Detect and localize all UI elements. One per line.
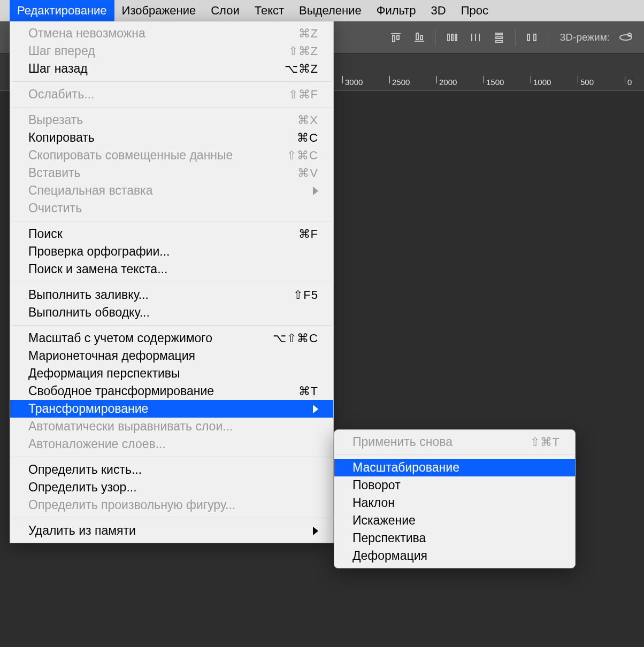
- menu-item: Вырезать⌘X: [10, 111, 333, 129]
- submenu-arrow-icon: [313, 405, 318, 413]
- menu-item-shortcut: ⌘V: [297, 166, 318, 180]
- menu-item-label: Автоматически выравнивать слои...: [28, 419, 233, 434]
- ruler-tick: 500: [578, 76, 594, 83]
- menu-item[interactable]: Проверка орфографии...: [10, 243, 333, 260]
- menu-item-shortcut: ⌘Z: [298, 27, 318, 41]
- menu-item[interactable]: Искажение: [334, 512, 575, 529]
- menu-item[interactable]: Поиск и замена текста...: [10, 260, 333, 278]
- divider: [548, 29, 548, 45]
- menu-item: Автоматически выравнивать слои...: [10, 418, 333, 435]
- menu-item[interactable]: Масштаб с учетом содержимого⌥⇧⌘C: [10, 329, 333, 347]
- menu-item-label: Удалить из памяти: [28, 523, 136, 538]
- distribute-center-icon[interactable]: [468, 30, 483, 45]
- ruler-tick: 3000: [342, 76, 363, 83]
- ruler-tick: 2000: [436, 76, 457, 83]
- menu-item[interactable]: Выполнить обводку...: [10, 304, 333, 321]
- menu-item-label: Применить снова: [352, 435, 453, 449]
- svg-rect-16: [534, 34, 536, 41]
- svg-rect-4: [416, 33, 418, 40]
- menu-item[interactable]: Шаг назад⌥⌘Z: [10, 60, 333, 78]
- distribute-h-icon[interactable]: [444, 30, 459, 45]
- menu-item[interactable]: Определить узор...: [10, 479, 333, 496]
- ruler-tick: 1000: [531, 76, 551, 83]
- menu-item[interactable]: Свободное трансформирование⌘T: [10, 382, 333, 400]
- svg-rect-7: [451, 34, 453, 41]
- submenu-arrow-icon: [313, 527, 318, 535]
- menu-separator: [11, 107, 332, 107]
- menu-item[interactable]: Удалить из памяти: [10, 522, 333, 540]
- menu-item[interactable]: Деформация: [334, 547, 575, 565]
- menu-filter[interactable]: Фильтр: [369, 0, 424, 22]
- svg-rect-14: [496, 41, 502, 42]
- menu-item[interactable]: Копировать⌘C: [10, 129, 333, 147]
- menu-item: Автоналожение слоев...: [10, 435, 333, 453]
- menu-item-label: Масштабирование: [352, 460, 459, 475]
- menu-item-label: Шаг вперед: [28, 44, 95, 58]
- menu-item-label: Поиск: [28, 227, 63, 241]
- svg-rect-1: [393, 35, 395, 42]
- menu-separator: [335, 455, 574, 455]
- divider: [515, 29, 516, 45]
- menu-item: Очистить: [10, 199, 333, 217]
- menu-view-partial[interactable]: Прос: [454, 0, 496, 22]
- svg-rect-6: [448, 34, 449, 41]
- svg-rect-13: [496, 37, 502, 38]
- svg-rect-12: [496, 33, 502, 35]
- menu-item[interactable]: Деформация перспективы: [10, 365, 333, 382]
- menu-separator: [11, 221, 332, 221]
- menu-item-label: Очистить: [28, 201, 82, 215]
- menu-item-label: Автоналожение слоев...: [28, 437, 166, 451]
- svg-rect-15: [527, 34, 530, 41]
- menu-item[interactable]: Выполнить заливку...⇧F5: [10, 286, 333, 304]
- menu-item-shortcut: ⌘C: [297, 131, 318, 145]
- menu-bar: Редактирование Изображение Слои Текст Вы…: [0, 0, 644, 21]
- menu-item-shortcut: ⇧F5: [293, 288, 318, 302]
- menu-text[interactable]: Текст: [247, 0, 292, 22]
- ruler-tick: 0: [625, 76, 632, 83]
- menu-separator: [11, 81, 332, 82]
- menu-select[interactable]: Выделение: [292, 0, 369, 22]
- transform-submenu: Применить снова⇧⌘TМасштабированиеПоворот…: [334, 429, 576, 568]
- menu-item-label: Свободное трансформирование: [28, 384, 214, 398]
- menu-item-label: Выполнить обводку...: [28, 305, 150, 320]
- menu-item-label: Специальная вставка: [28, 183, 153, 198]
- align-top-icon[interactable]: [388, 30, 403, 45]
- menu-item-label: Шаг назад: [28, 61, 88, 76]
- menu-item[interactable]: Наклон: [334, 494, 575, 512]
- menu-item[interactable]: Поиск⌘F: [10, 225, 333, 243]
- menu-item-label: Поиск и замена текста...: [28, 262, 167, 276]
- menu-item[interactable]: Масштабирование: [334, 459, 575, 476]
- menu-item-shortcut: ⌥⇧⌘C: [273, 332, 318, 345]
- svg-point-18: [628, 33, 631, 36]
- menu-item[interactable]: Трансформирование: [10, 400, 333, 418]
- menu-item: Скопировать совмещенные данные⇧⌘C: [10, 147, 333, 164]
- menu-edit[interactable]: Редактирование: [10, 0, 114, 22]
- menu-item[interactable]: Определить кисть...: [10, 461, 333, 479]
- align-bottom-icon[interactable]: [412, 30, 427, 45]
- menu-item-label: Искажение: [352, 513, 416, 528]
- 3d-orbit-icon[interactable]: [618, 30, 633, 45]
- menu-item-shortcut: ⌘T: [298, 384, 318, 398]
- menu-item-shortcut: ⌘F: [298, 227, 318, 241]
- distribute-space-icon[interactable]: [524, 30, 539, 45]
- menu-layers[interactable]: Слои: [203, 0, 247, 22]
- menu-image[interactable]: Изображение: [114, 0, 204, 22]
- menu-item-shortcut: ⇧⌘T: [530, 435, 560, 449]
- menu-item-label: Деформация перспективы: [28, 366, 180, 381]
- menu-item-label: Деформация: [352, 549, 427, 563]
- menu-item-label: Перспектива: [352, 531, 426, 545]
- svg-rect-2: [397, 35, 399, 40]
- menu-separator: [11, 325, 332, 326]
- menu-item-shortcut: ⌥⌘Z: [285, 62, 318, 76]
- distribute-v-icon[interactable]: [492, 30, 507, 45]
- menu-item[interactable]: Поворот: [334, 476, 575, 494]
- menu-separator: [11, 518, 332, 518]
- menu-item[interactable]: Марионеточная деформация: [10, 347, 333, 365]
- menu-item-label: Марионеточная деформация: [28, 349, 195, 363]
- menu-item-label: Определить узор...: [28, 480, 137, 495]
- menu-item-shortcut: ⌘X: [297, 113, 318, 127]
- ruler-tick: 2500: [389, 76, 410, 83]
- menu-3d[interactable]: 3D: [424, 0, 454, 22]
- menu-item[interactable]: Перспектива: [334, 529, 575, 547]
- menu-item-label: Ослабить...: [28, 87, 94, 102]
